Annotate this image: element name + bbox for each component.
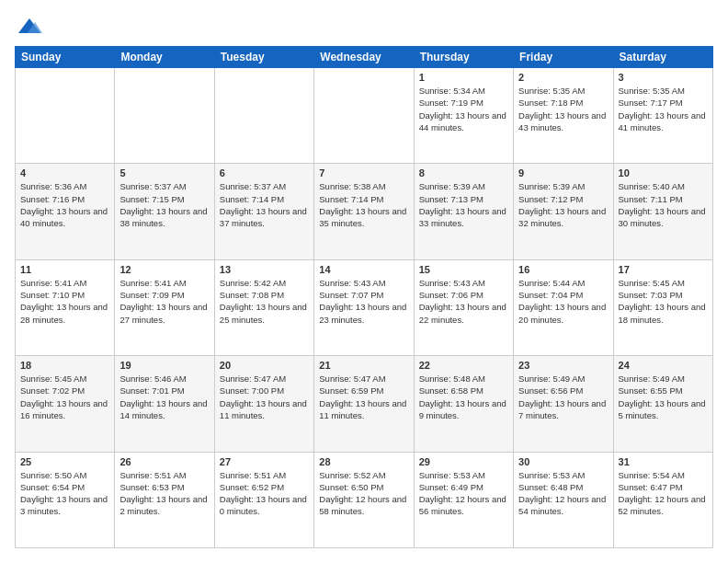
sunrise-text: Sunrise: 5:48 AM bbox=[419, 373, 485, 384]
day-number: 28 bbox=[319, 456, 408, 467]
calendar-cell-4-5: 22Sunrise: 5:48 AMSunset: 6:58 PMDayligh… bbox=[414, 356, 513, 452]
sunrise-text: Sunrise: 5:41 AM bbox=[119, 278, 186, 288]
sunrise-text: Sunrise: 5:38 AM bbox=[319, 181, 385, 191]
day-number: 5 bbox=[119, 167, 209, 178]
sunrise-text: Sunrise: 5:50 AM bbox=[20, 470, 86, 480]
daylight-text: Daylight: 13 hours and 11 minutes. bbox=[319, 398, 406, 420]
weekday-header-sunday: Sunday bbox=[16, 47, 115, 68]
day-number: 22 bbox=[419, 360, 508, 371]
daylight-text: Daylight: 13 hours and 18 minutes. bbox=[619, 302, 706, 324]
sunrise-text: Sunrise: 5:49 AM bbox=[619, 373, 685, 384]
sunset-text: Sunset: 7:04 PM bbox=[518, 290, 583, 300]
calendar-cell-5-4: 28Sunrise: 5:52 AMSunset: 6:50 PMDayligh… bbox=[314, 452, 414, 547]
day-info: Sunrise: 5:35 AMSunset: 7:18 PMDaylight:… bbox=[518, 85, 608, 133]
calendar-table: SundayMondayTuesdayWednesdayThursdayFrid… bbox=[15, 46, 713, 548]
calendar-cell-1-4 bbox=[314, 68, 414, 164]
sunrise-text: Sunrise: 5:51 AM bbox=[220, 470, 286, 480]
day-info: Sunrise: 5:39 AMSunset: 7:12 PMDaylight:… bbox=[518, 180, 608, 229]
sunset-text: Sunset: 7:14 PM bbox=[220, 194, 284, 204]
sunset-text: Sunset: 6:56 PM bbox=[518, 385, 583, 396]
weekday-header-saturday: Saturday bbox=[613, 47, 712, 68]
week-row-4: 18Sunrise: 5:45 AMSunset: 7:02 PMDayligh… bbox=[16, 356, 713, 452]
calendar-cell-2-2: 5Sunrise: 5:37 AMSunset: 7:15 PMDaylight… bbox=[115, 164, 214, 259]
sunset-text: Sunset: 6:52 PM bbox=[220, 482, 284, 492]
day-number: 8 bbox=[419, 167, 508, 178]
calendar-cell-2-1: 4Sunrise: 5:36 AMSunset: 7:16 PMDaylight… bbox=[16, 164, 115, 259]
calendar-cell-1-3 bbox=[214, 68, 313, 164]
sunset-text: Sunset: 7:06 PM bbox=[419, 290, 483, 300]
week-row-5: 25Sunrise: 5:50 AMSunset: 6:54 PMDayligh… bbox=[16, 452, 713, 547]
sunrise-text: Sunrise: 5:47 AM bbox=[319, 373, 385, 384]
sunset-text: Sunset: 6:49 PM bbox=[419, 482, 483, 492]
page: SundayMondayTuesdayWednesdayThursdayFrid… bbox=[0, 0, 728, 563]
sunrise-text: Sunrise: 5:47 AM bbox=[220, 373, 286, 384]
sunset-text: Sunset: 6:55 PM bbox=[619, 385, 683, 396]
day-info: Sunrise: 5:48 AMSunset: 6:58 PMDaylight:… bbox=[419, 373, 508, 421]
daylight-text: Daylight: 12 hours and 54 minutes. bbox=[518, 494, 606, 516]
day-number: 23 bbox=[518, 360, 608, 371]
sunset-text: Sunset: 7:19 PM bbox=[419, 98, 483, 108]
day-number: 25 bbox=[20, 456, 109, 467]
day-number: 24 bbox=[619, 360, 708, 371]
day-info: Sunrise: 5:42 AMSunset: 7:08 PMDaylight:… bbox=[220, 277, 309, 326]
sunset-text: Sunset: 7:03 PM bbox=[619, 290, 683, 300]
daylight-text: Daylight: 13 hours and 11 minutes. bbox=[220, 398, 307, 420]
day-number: 31 bbox=[619, 456, 708, 467]
calendar-cell-2-5: 8Sunrise: 5:39 AMSunset: 7:13 PMDaylight… bbox=[414, 164, 513, 259]
calendar-cell-1-6: 2Sunrise: 5:35 AMSunset: 7:18 PMDaylight… bbox=[514, 68, 613, 164]
sunrise-text: Sunrise: 5:34 AM bbox=[419, 86, 485, 96]
daylight-text: Daylight: 12 hours and 52 minutes. bbox=[619, 494, 706, 516]
calendar-cell-4-6: 23Sunrise: 5:49 AMSunset: 6:56 PMDayligh… bbox=[514, 356, 613, 452]
calendar-cell-1-5: 1Sunrise: 5:34 AMSunset: 7:19 PMDaylight… bbox=[414, 68, 513, 164]
logo-icon bbox=[17, 15, 42, 40]
sunrise-text: Sunrise: 5:36 AM bbox=[20, 181, 86, 191]
calendar-cell-3-5: 15Sunrise: 5:43 AMSunset: 7:06 PMDayligh… bbox=[414, 259, 513, 355]
daylight-text: Daylight: 12 hours and 58 minutes. bbox=[319, 494, 406, 516]
calendar-cell-5-6: 30Sunrise: 5:53 AMSunset: 6:48 PMDayligh… bbox=[514, 452, 613, 547]
day-info: Sunrise: 5:43 AMSunset: 7:07 PMDaylight:… bbox=[319, 277, 408, 326]
sunset-text: Sunset: 7:00 PM bbox=[220, 385, 284, 396]
daylight-text: Daylight: 13 hours and 44 minutes. bbox=[419, 110, 506, 132]
calendar-cell-4-1: 18Sunrise: 5:45 AMSunset: 7:02 PMDayligh… bbox=[16, 356, 115, 452]
sunset-text: Sunset: 7:16 PM bbox=[20, 194, 85, 204]
day-number: 9 bbox=[518, 167, 608, 178]
week-row-2: 4Sunrise: 5:36 AMSunset: 7:16 PMDaylight… bbox=[16, 164, 713, 259]
sunrise-text: Sunrise: 5:40 AM bbox=[619, 181, 685, 191]
calendar-cell-3-6: 16Sunrise: 5:44 AMSunset: 7:04 PMDayligh… bbox=[514, 259, 613, 355]
sunset-text: Sunset: 7:09 PM bbox=[119, 290, 184, 300]
calendar-cell-1-1 bbox=[16, 68, 115, 164]
day-info: Sunrise: 5:53 AMSunset: 6:48 PMDaylight:… bbox=[518, 469, 608, 518]
day-number: 19 bbox=[119, 360, 209, 371]
calendar-cell-2-6: 9Sunrise: 5:39 AMSunset: 7:12 PMDaylight… bbox=[514, 164, 613, 259]
daylight-text: Daylight: 13 hours and 7 minutes. bbox=[518, 398, 606, 420]
sunrise-text: Sunrise: 5:44 AM bbox=[518, 278, 585, 288]
day-number: 2 bbox=[518, 72, 608, 83]
header bbox=[15, 15, 713, 37]
day-info: Sunrise: 5:51 AMSunset: 6:53 PMDaylight:… bbox=[119, 469, 209, 518]
day-info: Sunrise: 5:49 AMSunset: 6:56 PMDaylight:… bbox=[518, 373, 608, 421]
sunset-text: Sunset: 7:01 PM bbox=[119, 385, 184, 396]
sunset-text: Sunset: 7:11 PM bbox=[619, 194, 683, 204]
day-number: 7 bbox=[319, 167, 408, 178]
calendar-cell-5-3: 27Sunrise: 5:51 AMSunset: 6:52 PMDayligh… bbox=[214, 452, 313, 547]
sunset-text: Sunset: 7:10 PM bbox=[20, 290, 85, 300]
sunset-text: Sunset: 7:18 PM bbox=[518, 98, 583, 108]
sunrise-text: Sunrise: 5:37 AM bbox=[220, 181, 286, 191]
day-number: 26 bbox=[119, 456, 209, 467]
daylight-text: Daylight: 13 hours and 2 minutes. bbox=[119, 494, 207, 516]
week-row-1: 1Sunrise: 5:34 AMSunset: 7:19 PMDaylight… bbox=[16, 68, 713, 164]
day-number: 15 bbox=[419, 264, 508, 275]
day-number: 20 bbox=[220, 360, 309, 371]
sunset-text: Sunset: 7:15 PM bbox=[119, 194, 184, 204]
sunrise-text: Sunrise: 5:35 AM bbox=[619, 86, 685, 96]
day-number: 1 bbox=[419, 72, 508, 83]
sunset-text: Sunset: 6:50 PM bbox=[319, 482, 383, 492]
day-number: 16 bbox=[518, 264, 608, 275]
daylight-text: Daylight: 13 hours and 32 minutes. bbox=[518, 206, 606, 228]
calendar-cell-4-4: 21Sunrise: 5:47 AMSunset: 6:59 PMDayligh… bbox=[314, 356, 414, 452]
sunset-text: Sunset: 7:02 PM bbox=[20, 385, 85, 396]
day-info: Sunrise: 5:51 AMSunset: 6:52 PMDaylight:… bbox=[220, 469, 309, 518]
calendar-cell-2-4: 7Sunrise: 5:38 AMSunset: 7:14 PMDaylight… bbox=[314, 164, 414, 259]
weekday-header-friday: Friday bbox=[514, 47, 613, 68]
sunrise-text: Sunrise: 5:39 AM bbox=[518, 181, 585, 191]
